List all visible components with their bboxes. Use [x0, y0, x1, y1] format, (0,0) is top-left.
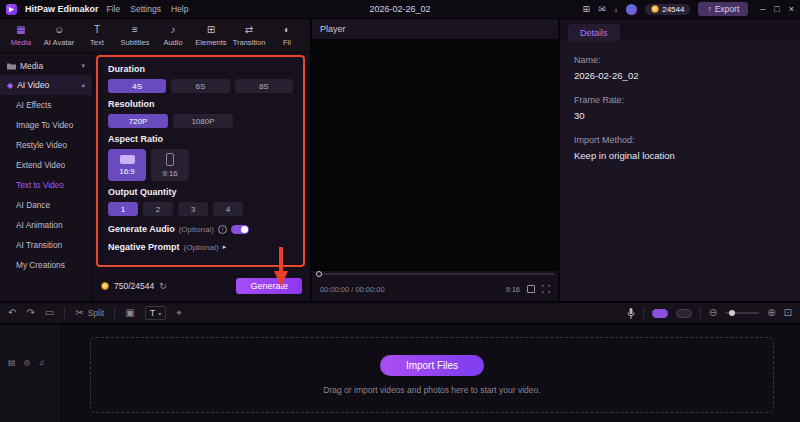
highlighted-settings-region: Duration 4S 6S 8S Resolution 720P 1080P … [96, 55, 305, 267]
title-bar: HitPaw Edimakor File Settings Help 2026-… [0, 0, 800, 18]
user-avatar[interactable] [626, 4, 637, 15]
tab-transition[interactable]: ⇄ Transition [230, 25, 268, 47]
zoom-slider-handle[interactable] [729, 310, 735, 316]
media-drop-zone[interactable]: Import Files Drag or import videos and p… [90, 337, 774, 413]
tab-filters[interactable]: ◐ Fil [268, 25, 306, 47]
tab-details[interactable]: Details [568, 24, 620, 41]
generate-audio-toggle[interactable] [231, 225, 249, 234]
quantity-option-3[interactable]: 3 [178, 202, 208, 216]
download-icon[interactable]: ↓ [614, 5, 619, 14]
export-arrow-icon: ↑ [707, 4, 711, 14]
sidebar-item-image-to-video[interactable]: Image To Video [0, 115, 92, 135]
marker-icon[interactable]: ⌖ [176, 308, 182, 318]
tab-audio[interactable]: ♪ Audio [154, 25, 192, 47]
duration-option-4s[interactable]: 4S [108, 79, 166, 93]
aspect-option-16-9[interactable]: 16:9 [108, 149, 146, 181]
video-preview[interactable] [312, 39, 558, 271]
sidebar-item-ai-transition[interactable]: AI Transition [0, 235, 92, 255]
redo-icon[interactable]: ↷ [26, 308, 34, 318]
coin-balance-badge[interactable]: 24544 [645, 4, 690, 15]
track-view-toggle-on[interactable] [652, 309, 668, 318]
output-quantity-label: Output Quantity [108, 187, 293, 197]
player-header: Player [312, 19, 558, 39]
close-button[interactable]: × [789, 4, 794, 14]
feedback-icon[interactable]: ✉ [598, 5, 606, 14]
track-view-toggle-off[interactable] [676, 309, 692, 318]
sidebar-item-ai-effects[interactable]: AI Effects [0, 95, 92, 115]
sidebar-item-my-creations[interactable]: My Creations [0, 255, 92, 275]
preview-ratio-selector[interactable]: 9:16 [505, 285, 520, 294]
track-header: ▤ ◎ ♫ [0, 325, 62, 422]
sidebar-section-ai-video[interactable]: ◆ AI Video ▴ [0, 75, 92, 95]
resolution-label: Resolution [108, 99, 293, 109]
generate-button[interactable]: Generate [236, 278, 302, 294]
ai-video-icon: ◆ [7, 81, 13, 90]
import-files-button[interactable]: Import Files [380, 355, 484, 376]
timeline-zoom-slider[interactable] [725, 312, 759, 314]
tab-subtitles[interactable]: ≡ Subtitles [116, 25, 154, 47]
resolution-option-1080p[interactable]: 1080P [173, 114, 233, 128]
undo-icon[interactable]: ↶ [8, 308, 16, 318]
duration-option-8s[interactable]: 8S [235, 79, 293, 93]
details-header: Details [560, 19, 800, 41]
tab-elements[interactable]: ⊞ Elements [192, 25, 230, 47]
resolution-option-720p[interactable]: 720P [108, 114, 168, 128]
portrait-ratio-icon [166, 153, 174, 166]
sidebar-item-ai-animation[interactable]: AI Animation [0, 215, 92, 235]
sidebar-item-text-to-video[interactable]: Text to Video [0, 175, 92, 195]
subtitles-icon: ≡ [132, 25, 138, 36]
duration-option-6s[interactable]: 6S [171, 79, 229, 93]
menu-file[interactable]: File [107, 4, 121, 14]
maximize-button[interactable]: □ [774, 4, 779, 14]
track-visibility-icon[interactable]: ◎ [24, 359, 31, 422]
info-icon[interactable]: i [218, 225, 227, 234]
tab-text[interactable]: T Text [78, 25, 116, 47]
elements-icon: ⊞ [207, 25, 215, 36]
output-quantity-options: 1 2 3 4 [108, 202, 293, 216]
timecode-display: 00:00:00 / 00:00:00 [320, 285, 385, 294]
menu-bar: File Settings Help [107, 4, 189, 14]
quantity-option-2[interactable]: 2 [143, 202, 173, 216]
export-button[interactable]: ↑ Export [698, 2, 748, 16]
menu-help[interactable]: Help [171, 4, 188, 14]
generate-audio-label: Generate Audio [108, 224, 175, 234]
fullscreen-icon[interactable] [542, 285, 550, 293]
minimize-button[interactable]: – [760, 4, 765, 14]
delete-icon[interactable]: ▭ [45, 308, 54, 318]
sidebar-item-ai-dance[interactable]: AI Dance [0, 195, 92, 215]
zoom-in-icon[interactable]: ⊕ [767, 308, 775, 318]
detail-field-name: Name: 2026-02-26_02 [574, 55, 786, 81]
timeline-area: ▤ ◎ ♫ Import Files Drag or import videos… [0, 325, 800, 422]
app-logo-icon [6, 4, 17, 15]
toolbar-divider [700, 307, 701, 319]
aspect-option-9-16[interactable]: 9:16 [151, 149, 189, 181]
quantity-option-4[interactable]: 4 [213, 202, 243, 216]
split-icon[interactable]: ✂ [75, 308, 83, 318]
zoom-out-icon[interactable]: ⊖ [709, 308, 717, 318]
refresh-icon[interactable]: ↻ [159, 281, 167, 291]
microphone-icon[interactable] [627, 308, 635, 319]
crop-icon[interactable]: ▣ [125, 308, 134, 318]
chevron-down-icon: ▾ [158, 310, 161, 317]
snapshot-icon[interactable] [527, 285, 535, 293]
split-label: Split [88, 308, 105, 318]
quantity-option-1[interactable]: 1 [108, 202, 138, 216]
credit-coin-icon [101, 282, 109, 290]
apps-grid-icon[interactable]: ⊞ [583, 5, 591, 14]
negative-prompt-label: Negative Prompt [108, 242, 180, 252]
tutorial-arrow [274, 247, 288, 287]
negative-prompt-row[interactable]: Negative Prompt (Optional) ▸ [108, 242, 293, 252]
text-tool-dropdown[interactable]: T ▾ [145, 306, 167, 320]
fit-timeline-icon[interactable]: ⊡ [784, 308, 792, 318]
drop-zone-hint: Drag or import videos and photos here to… [323, 385, 540, 395]
sidebar-item-extend-video[interactable]: Extend Video [0, 155, 92, 175]
tab-ai-avatar[interactable]: ☺ AI Avatar [40, 25, 78, 47]
track-options-icon[interactable]: ▤ [8, 359, 16, 422]
filters-icon: ◐ [284, 25, 290, 36]
sidebar-item-restyle-video[interactable]: Restyle Video [0, 135, 92, 155]
track-volume-icon[interactable]: ♫ [39, 359, 45, 422]
menu-settings[interactable]: Settings [130, 4, 161, 14]
tab-media[interactable]: ▦ Media [2, 25, 40, 47]
media-dropdown[interactable]: Media ▾ [0, 57, 92, 75]
playback-scrubber[interactable] [316, 273, 554, 275]
